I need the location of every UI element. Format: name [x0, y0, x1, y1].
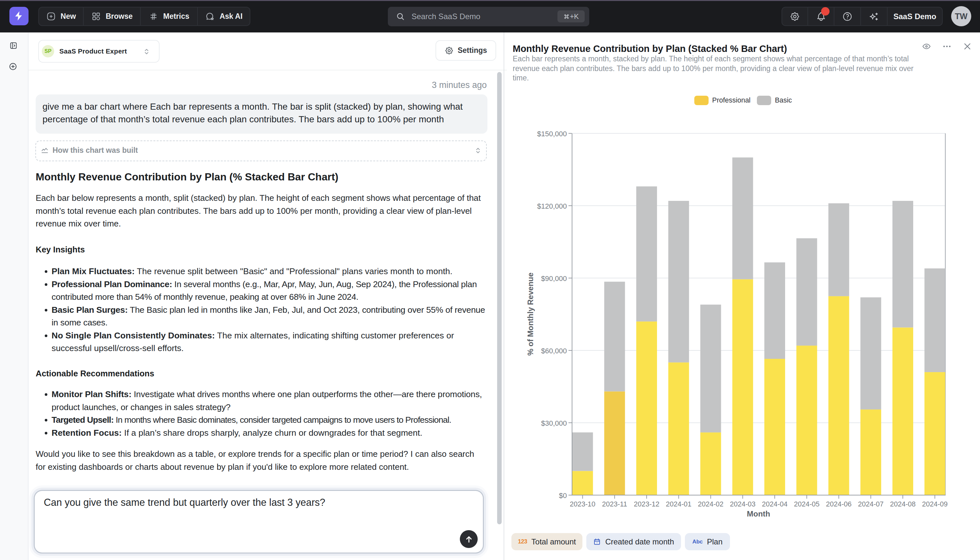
- svg-text:$150,000: $150,000: [537, 130, 567, 138]
- svg-text:$0: $0: [559, 492, 567, 500]
- svg-text:2023-12: 2023-12: [634, 500, 659, 508]
- svg-text:$30,000: $30,000: [541, 419, 567, 427]
- svg-text:2024-01: 2024-01: [666, 500, 691, 508]
- svg-text:2023-11: 2023-11: [602, 500, 627, 508]
- svg-text:$60,000: $60,000: [541, 347, 567, 355]
- svg-text:% of Monthly Revenue: % of Monthly Revenue: [526, 273, 535, 356]
- svg-text:2024-05: 2024-05: [794, 500, 819, 508]
- svg-text:2024-03: 2024-03: [730, 500, 756, 508]
- svg-text:2024-04: 2024-04: [762, 500, 788, 508]
- svg-text:2024-08: 2024-08: [890, 500, 916, 508]
- svg-text:$90,000: $90,000: [541, 275, 567, 283]
- svg-text:Month: Month: [747, 509, 770, 518]
- svg-text:2024-02: 2024-02: [698, 500, 724, 508]
- svg-text:2024-09: 2024-09: [922, 500, 948, 508]
- svg-text:2023-10: 2023-10: [570, 500, 595, 508]
- svg-text:2024-06: 2024-06: [826, 500, 852, 508]
- svg-text:2024-07: 2024-07: [858, 500, 884, 508]
- svg-text:$120,000: $120,000: [537, 202, 567, 210]
